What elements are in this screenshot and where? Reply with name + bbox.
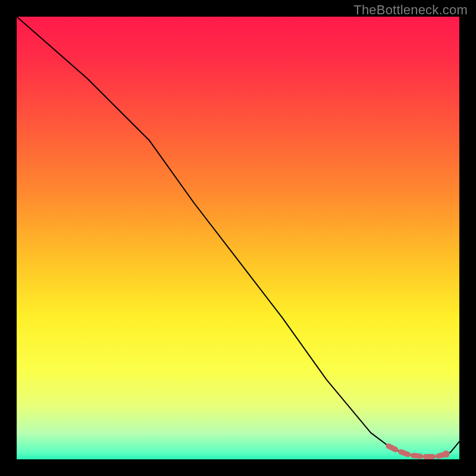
optimal-region-end-dot: [443, 450, 450, 458]
watermark-text: TheBottleneck.com: [353, 2, 468, 18]
optimal-region-dash: [414, 456, 421, 456]
gradient-backdrop: [17, 17, 459, 459]
optimal-region-dash: [389, 446, 396, 450]
chart-svg: [17, 17, 459, 459]
optimal-region-dash: [401, 452, 408, 455]
plot-area: [17, 17, 459, 459]
chart-stage: TheBottleneck.com: [0, 0, 476, 476]
